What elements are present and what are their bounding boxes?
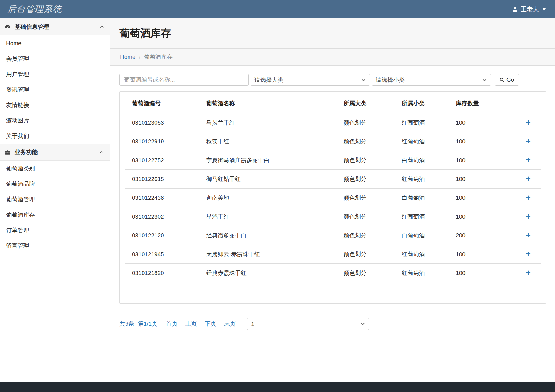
sidebar-item[interactable]: 葡萄酒品牌 xyxy=(0,176,110,192)
add-stock-button[interactable]: + xyxy=(526,137,531,146)
breadcrumb: Home / 葡萄酒库存 xyxy=(110,49,555,66)
sidebar-section-label: 基础信息管理 xyxy=(15,23,49,31)
sidebar-item[interactable]: 留言管理 xyxy=(0,238,110,253)
pagination-last-link[interactable]: 末页 xyxy=(224,320,236,328)
user-menu[interactable]: 王老大 xyxy=(512,5,546,13)
cell-stock: 100 xyxy=(453,151,516,170)
search-go-button[interactable]: Go xyxy=(495,74,519,86)
pagination-first-link[interactable]: 首页 xyxy=(166,320,177,328)
cell-code: 0310122919 xyxy=(125,132,204,151)
cell-subcategory: 白葡萄酒 xyxy=(399,151,453,170)
cell-stock: 200 xyxy=(453,226,516,245)
sidebar-item[interactable]: 滚动图片 xyxy=(0,113,110,128)
page-title: 葡萄酒库存 xyxy=(119,26,171,40)
cell-subcategory: 红葡萄酒 xyxy=(399,245,453,264)
cell-code: 0310121820 xyxy=(125,264,204,283)
breadcrumb-home-link[interactable]: Home xyxy=(120,54,136,60)
cell-actions: + xyxy=(516,151,541,170)
cell-actions: + xyxy=(516,207,541,226)
cell-subcategory: 白葡萄酒 xyxy=(399,189,453,207)
cell-code: 0310123053 xyxy=(125,113,204,132)
inventory-table: 葡萄酒编号葡萄酒名称所属大类所属小类库存数量 0310123053马瑟兰干红颜色… xyxy=(125,94,541,282)
add-stock-button[interactable]: + xyxy=(526,269,531,277)
cell-name: 经典赤霞珠干红 xyxy=(204,264,341,283)
sidebar-item[interactable]: Home xyxy=(0,35,110,51)
cell-code: 0310122615 xyxy=(125,170,204,189)
cell-actions: + xyxy=(516,132,541,151)
cell-subcategory: 红葡萄酒 xyxy=(399,264,453,283)
cell-actions: + xyxy=(516,226,541,245)
top-navbar: 后台管理系统 王老大 xyxy=(0,0,555,18)
cell-category: 颜色划分 xyxy=(341,113,399,132)
cell-stock: 100 xyxy=(453,245,516,264)
breadcrumb-separator: / xyxy=(139,54,140,60)
cell-stock: 100 xyxy=(453,132,516,151)
sidebar-item[interactable]: 关于我们 xyxy=(0,128,110,144)
sidebar-item[interactable]: 会员管理 xyxy=(0,51,110,66)
sidebar-item[interactable]: 资讯管理 xyxy=(0,82,110,97)
app-brand[interactable]: 后台管理系统 xyxy=(7,3,62,15)
table-row: 0310122615御马红钻干红颜色划分红葡萄酒100+ xyxy=(125,170,541,189)
briefcase-icon xyxy=(5,149,11,155)
cell-subcategory: 红葡萄酒 xyxy=(399,113,453,132)
cell-name: 宁夏御马酒庄霞多丽干白 xyxy=(204,151,341,170)
cell-actions: + xyxy=(516,264,541,283)
cell-name: 天麓卿云·赤霞珠干红 xyxy=(204,245,341,264)
page-footer xyxy=(0,382,555,392)
sidebar-section-header[interactable]: 基础信息管理 xyxy=(0,18,110,35)
sidebar-item[interactable]: 葡萄酒库存 xyxy=(0,207,110,223)
column-header: 所属小类 xyxy=(399,94,453,113)
cell-stock: 100 xyxy=(453,264,516,283)
page-header: 葡萄酒库存 xyxy=(110,18,555,49)
cell-name: 秋实干红 xyxy=(204,132,341,151)
add-stock-button[interactable]: + xyxy=(526,231,531,240)
cell-category: 颜色划分 xyxy=(341,151,399,170)
inventory-table-panel: 葡萄酒编号葡萄酒名称所属大类所属小类库存数量 0310123053马瑟兰干红颜色… xyxy=(119,91,546,304)
pagination-next-link[interactable]: 下页 xyxy=(205,320,216,328)
add-stock-button[interactable]: + xyxy=(526,175,531,183)
table-row: 0310122919秋实干红颜色划分红葡萄酒100+ xyxy=(125,132,541,151)
cell-subcategory: 红葡萄酒 xyxy=(399,170,453,189)
cell-category: 颜色划分 xyxy=(341,207,399,226)
table-row: 0310122302星鸿干红颜色划分红葡萄酒100+ xyxy=(125,207,541,226)
add-stock-button[interactable]: + xyxy=(526,250,531,258)
cell-actions: + xyxy=(516,245,541,264)
caret-down-icon xyxy=(542,8,546,10)
column-header: 库存数量 xyxy=(453,94,516,113)
add-stock-button[interactable]: + xyxy=(526,213,531,221)
sidebar-section-header[interactable]: 业务功能 xyxy=(0,144,110,161)
sidebar-item[interactable]: 订单管理 xyxy=(0,223,110,238)
user-name: 王老大 xyxy=(521,5,539,13)
search-input[interactable] xyxy=(119,74,249,86)
add-stock-button[interactable]: + xyxy=(526,119,531,127)
sidebar-item[interactable]: 友情链接 xyxy=(0,97,110,113)
table-row: 0310123053马瑟兰干红颜色划分红葡萄酒100+ xyxy=(125,113,541,132)
cell-category: 颜色划分 xyxy=(341,245,399,264)
add-stock-button[interactable]: + xyxy=(526,156,531,164)
cell-subcategory: 红葡萄酒 xyxy=(399,132,453,151)
cell-name: 经典霞多丽干白 xyxy=(204,226,341,245)
cell-category: 颜色划分 xyxy=(341,264,399,283)
cell-stock: 100 xyxy=(453,170,516,189)
sidebar-item[interactable]: 葡萄酒类别 xyxy=(0,161,110,176)
category-select[interactable]: 请选择大类 xyxy=(251,74,370,86)
column-header: 葡萄酒名称 xyxy=(204,94,341,113)
page-number-select[interactable]: 1 xyxy=(247,318,369,330)
sidebar-item[interactable]: 葡萄酒管理 xyxy=(0,192,110,207)
main-content: 葡萄酒库存 Home / 葡萄酒库存 请选择大类 请选择小类 xyxy=(110,18,555,382)
pagination-prev-link[interactable]: 上页 xyxy=(185,320,197,328)
cell-stock: 100 xyxy=(453,207,516,226)
cell-code: 0310122120 xyxy=(125,226,204,245)
table-row: 0310122752宁夏御马酒庄霞多丽干白颜色划分白葡萄酒100+ xyxy=(125,151,541,170)
column-header: 所属大类 xyxy=(341,94,399,113)
pagination-page-info: 第1/1页 xyxy=(138,320,157,328)
sidebar-section-label: 业务功能 xyxy=(15,148,38,156)
subcategory-select[interactable]: 请选择小类 xyxy=(372,74,491,86)
pagination-total: 共9条 xyxy=(119,320,134,328)
cell-category: 颜色划分 xyxy=(341,226,399,245)
cell-category: 颜色划分 xyxy=(341,132,399,151)
add-stock-button[interactable]: + xyxy=(526,194,531,202)
sidebar-item[interactable]: 用户管理 xyxy=(0,66,110,82)
cell-category: 颜色划分 xyxy=(341,170,399,189)
cell-subcategory: 白葡萄酒 xyxy=(399,226,453,245)
